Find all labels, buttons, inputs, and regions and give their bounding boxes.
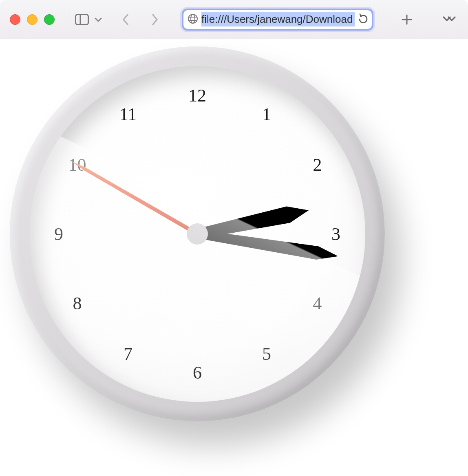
svg-rect-0 bbox=[76, 14, 88, 24]
new-tab-button[interactable] bbox=[399, 11, 415, 28]
minimize-window-button[interactable] bbox=[27, 14, 38, 25]
browser-chrome: file:///Users/janewang/Download bbox=[0, 0, 468, 39]
window-controls bbox=[10, 14, 55, 25]
second-hand bbox=[70, 159, 198, 236]
chevron-down-icon[interactable] bbox=[92, 15, 104, 24]
svg-point-2 bbox=[188, 14, 197, 23]
address-bar-text[interactable]: file:///Users/janewang/Download bbox=[201, 12, 355, 26]
clock-hands bbox=[29, 66, 365, 402]
svg-point-3 bbox=[191, 14, 195, 23]
zoom-window-button[interactable] bbox=[44, 14, 55, 25]
clock-face: 121234567891011 bbox=[29, 66, 365, 402]
sidebar-toggle-icon[interactable] bbox=[73, 11, 91, 28]
back-button[interactable] bbox=[119, 11, 132, 29]
forward-button[interactable] bbox=[148, 11, 161, 29]
overflow-icon[interactable] bbox=[439, 13, 458, 26]
toolbar-right-group bbox=[389, 11, 458, 28]
address-bar[interactable]: file:///Users/janewang/Download bbox=[182, 9, 373, 31]
svg-marker-9 bbox=[196, 227, 338, 262]
navigation-group bbox=[119, 11, 161, 29]
analog-clock: 121234567891011 bbox=[10, 46, 385, 421]
clock-rim: 121234567891011 bbox=[10, 46, 385, 421]
clock-hub bbox=[187, 223, 208, 245]
reload-icon[interactable] bbox=[358, 13, 368, 26]
page-content: 121234567891011 bbox=[0, 39, 468, 476]
close-window-button[interactable] bbox=[10, 14, 20, 25]
sidebar-button-group bbox=[73, 11, 104, 28]
minute-hand bbox=[196, 227, 338, 262]
svg-marker-10 bbox=[70, 159, 198, 236]
globe-icon bbox=[188, 13, 198, 26]
